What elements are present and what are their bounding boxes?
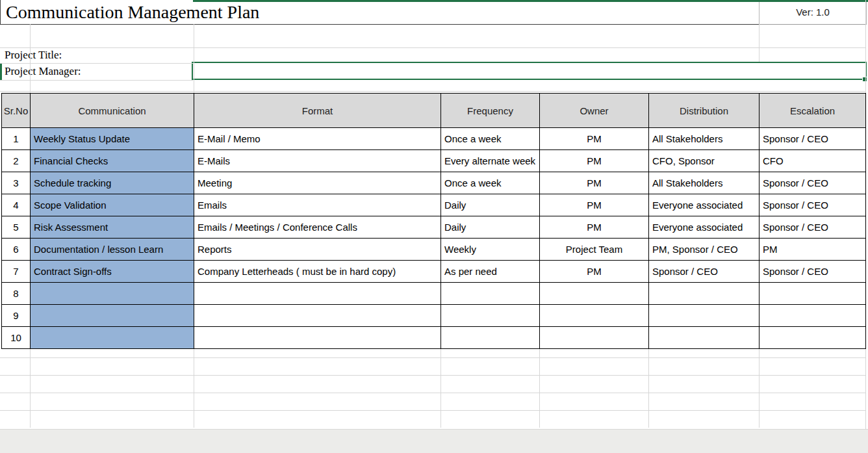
table-cell[interactable]: Sponsor / CEO [760, 128, 866, 150]
table-cell[interactable]: As per need [441, 261, 540, 283]
column-header-distribution[interactable]: Distribution [649, 94, 760, 128]
table-cell[interactable] [194, 283, 441, 305]
selection-fill-handle[interactable] [863, 77, 867, 81]
gridline [30, 24, 31, 93]
table-cell[interactable] [540, 283, 649, 305]
column-header-frequency[interactable]: Frequency [441, 94, 540, 128]
column-header-format[interactable]: Format [194, 94, 441, 128]
table-cell[interactable]: Sponsor / CEO [760, 194, 866, 216]
project-title-input[interactable] [194, 47, 865, 63]
table-cell[interactable]: PM [540, 172, 649, 194]
table-cell[interactable]: Everyone associated [649, 194, 760, 216]
table-cell[interactable]: All Stakeholders [649, 128, 760, 150]
table-cell[interactable] [649, 283, 760, 305]
table-cell[interactable]: Once a week [441, 172, 540, 194]
gridline [0, 357, 865, 358]
row-number-cell[interactable]: 5 [2, 216, 31, 239]
row-number-cell[interactable]: 3 [2, 172, 31, 194]
row-number-cell[interactable]: 8 [2, 283, 31, 305]
table-cell[interactable]: Schedule tracking [31, 172, 194, 194]
column-header-owner[interactable]: Owner [540, 94, 649, 128]
row-number-cell[interactable]: 10 [2, 327, 31, 349]
column-header-escalation[interactable]: Escalation [760, 94, 866, 128]
gridline [0, 393, 865, 393]
gridline [194, 340, 194, 428]
table-cell[interactable]: Financial Checks [31, 150, 194, 172]
table-cell[interactable]: Sponsor / CEO [649, 261, 760, 283]
table-cell[interactable] [31, 283, 194, 305]
table-cell[interactable]: Company Letterheads ( must be in hard co… [194, 261, 441, 283]
table-cell[interactable] [31, 327, 194, 349]
table-cell[interactable]: E-Mails [194, 150, 441, 172]
communication-table: Sr.NoCommunicationFormatFrequencyOwnerDi… [1, 93, 866, 349]
table-cell[interactable]: Sponsor / CEO [760, 216, 866, 239]
table-cell[interactable]: E-Mail / Memo [194, 128, 441, 150]
table-cell[interactable]: Risk Assessment [31, 216, 194, 239]
table-cell[interactable] [760, 327, 866, 349]
table-cell[interactable]: CFO [760, 150, 866, 172]
column-header-communication[interactable]: Communication [31, 94, 194, 128]
sheet-title-cell[interactable]: Communication Management Plan [0, 0, 760, 25]
sheet-tab-bar: Communication Management Plan Revision h… [0, 429, 868, 453]
version-cell[interactable]: Ver: 1.0 [759, 0, 867, 25]
table-cell[interactable]: Project Team [540, 239, 649, 261]
table-cell[interactable]: Daily [441, 194, 540, 216]
table-cell[interactable]: Daily [441, 216, 540, 239]
table-cell[interactable]: Emails / Meetings / Conference Calls [194, 216, 441, 239]
table-cell[interactable]: Once a week [441, 128, 540, 150]
table-cell[interactable]: Emails [194, 194, 441, 216]
gridline [648, 340, 649, 428]
project-manager-label-cell[interactable]: Project Manager: [0, 64, 193, 79]
table-cell[interactable] [649, 327, 760, 349]
column-header-sr-no[interactable]: Sr.No [2, 94, 31, 128]
table-cell[interactable] [760, 305, 866, 327]
table-cell[interactable]: PM [540, 128, 649, 150]
table-cell[interactable]: PM [540, 216, 649, 239]
row-number-cell[interactable]: 2 [2, 150, 31, 172]
table-cell[interactable]: Weekly [441, 239, 540, 261]
selected-cell-project-manager-input[interactable] [192, 62, 867, 80]
table-cell[interactable]: Every alternate week [441, 150, 540, 172]
gridline [0, 375, 865, 376]
table-cell[interactable] [760, 283, 866, 305]
table-cell[interactable]: CFO, Sponsor [649, 150, 760, 172]
table-cell[interactable]: All Stakeholders [649, 172, 760, 194]
table-cell[interactable]: Scope Validation [31, 194, 194, 216]
table-cell[interactable]: Sponsor / CEO [760, 261, 866, 283]
table-cell[interactable]: Meeting [194, 172, 441, 194]
table-cell[interactable] [31, 305, 194, 327]
project-title-label: Project Title: [0, 49, 62, 62]
table-cell[interactable] [441, 305, 540, 327]
table-row: 4Scope ValidationEmailsDailyPMEveryone a… [2, 194, 866, 216]
table-cell[interactable]: Weekly Status Update [31, 128, 194, 150]
table-cell[interactable]: PM, Sponsor / CEO [649, 239, 760, 261]
project-title-label-cell[interactable]: Project Title: [0, 47, 193, 63]
table-cell[interactable] [441, 327, 540, 349]
table-cell[interactable]: PM [540, 261, 649, 283]
table-cell[interactable] [540, 305, 649, 327]
row-number-cell[interactable]: 7 [2, 261, 31, 283]
row-number-cell[interactable]: 1 [2, 128, 31, 150]
table-cell[interactable]: Everyone associated [649, 216, 760, 239]
row-number-cell[interactable]: 4 [2, 194, 31, 216]
gridline [759, 340, 760, 428]
spreadsheet-app: Communication Management Plan Ver: 1.0 P… [0, 0, 868, 453]
table-cell[interactable] [649, 305, 760, 327]
table-cell[interactable]: Reports [194, 239, 441, 261]
table-cell[interactable] [194, 327, 441, 349]
table-cell[interactable]: PM [540, 150, 649, 172]
row-number-cell[interactable]: 6 [2, 239, 31, 261]
table-cell[interactable] [441, 283, 540, 305]
table-cell[interactable] [540, 327, 649, 349]
gridline [0, 63, 193, 64]
table-cell[interactable]: Sponsor / CEO [760, 172, 866, 194]
row-number-cell[interactable]: 9 [2, 305, 31, 327]
table-cell[interactable]: PM [760, 239, 866, 261]
gridline [0, 80, 193, 81]
table-cell[interactable]: Documentation / lesson Learn [31, 239, 194, 261]
table-cell[interactable]: Contract Sign-offs [31, 261, 194, 283]
table-cell[interactable]: PM [540, 194, 649, 216]
gridline [539, 340, 540, 428]
table-row: 3Schedule trackingMeetingOnce a weekPMAl… [2, 172, 866, 194]
table-cell[interactable] [194, 305, 441, 327]
